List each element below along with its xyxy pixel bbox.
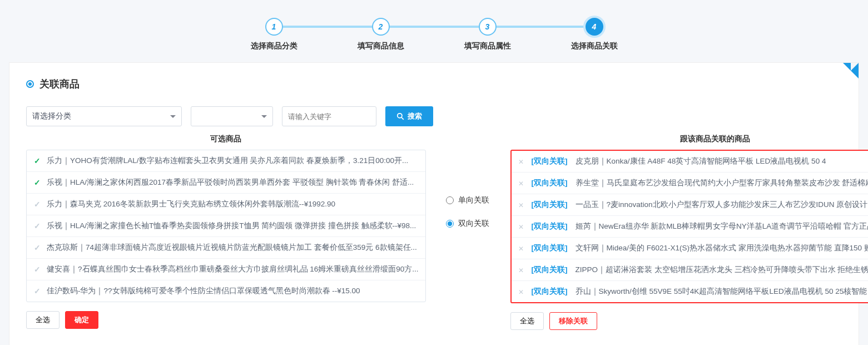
step-bubble-1: 1 <box>265 18 283 36</box>
available-item[interactable]: 健安喜｜?石蝶真丝围巾女士春秋季高档丝巾重磅桑蚕丝大方巾披肩丝绸礼品 16姆米重… <box>27 258 425 280</box>
two-way-radio-input[interactable] <box>446 220 454 228</box>
available-item[interactable]: 佳沪数码-华为｜??女韩版纯棉可爱冬季个性防尘情侣口罩保暖透气黑色时尚潮款春 -… <box>27 280 425 302</box>
related-item[interactable]: [双向关联]皮克朋｜Konka/康佳 A48F 48英寸高清智能网络平板 LED… <box>512 151 868 172</box>
related-item[interactable]: [双向关联]姬芮｜NewEra纽亦华 新款MLB棒球帽男女字母NY洋基LA道奇调… <box>512 215 868 237</box>
close-icon[interactable] <box>518 179 526 187</box>
related-item-text: 皮克朋｜Konka/康佳 A48F 48英寸高清智能网络平板 LED液晶电视机 … <box>576 156 826 166</box>
category-select-placeholder: 请选择分类 <box>32 111 71 121</box>
available-item-text: 杰克琼斯｜74超薄非球面镜片高度近视眼镜片近视镜片防蓝光配眼镜镜片加工 套餐价低… <box>47 243 417 253</box>
relation-tag: [双向关联] <box>532 287 568 297</box>
related-list: [双向关联]皮克朋｜Konka/康佳 A48F 48英寸高清智能网络平板 LED… <box>510 150 868 303</box>
step-bubble-3: 3 <box>479 18 497 36</box>
available-item[interactable]: 乐视｜HLA/海澜之家休闲西服2017春季新品平驳领时尚西装男单西外套 平驳领型… <box>27 171 425 193</box>
check-icon <box>33 287 41 295</box>
category-select[interactable]: 请选择分类 <box>26 106 182 126</box>
close-icon[interactable] <box>518 244 526 252</box>
subcategory-select[interactable] <box>191 106 273 126</box>
svg-line-1 <box>401 117 404 120</box>
relation-tag: [双向关联] <box>532 156 568 166</box>
relation-tag: [双向关联] <box>532 265 568 275</box>
one-way-radio-input[interactable] <box>446 196 454 204</box>
search-icon <box>396 112 404 120</box>
available-item-text: 佳沪数码-华为｜??女韩版纯棉可爱冬季个性防尘情侣口罩保暖透气黑色时尚潮款春 -… <box>47 286 360 296</box>
check-icon <box>33 265 41 273</box>
related-item[interactable]: [双向关联]ZIPPO｜超诺淋浴套装 太空铝增压花洒水龙头 三档冷热可升降喷头带… <box>512 259 868 280</box>
search-button[interactable]: 搜索 <box>385 106 433 126</box>
step-tracker: 1 2 3 4 选择商品分类 填写商品信息 填写商品属性 选择商品关联 <box>217 18 651 51</box>
available-item-text: 乐力｜YOHO有货潮牌LAL/数字贴布连帽套头卫衣男女通用 吴亦凡亲着同款 春夏… <box>47 156 408 166</box>
chevron-down-icon <box>170 115 176 118</box>
close-icon[interactable] <box>518 223 526 230</box>
panel-related-products: 关联商品 请选择分类 搜索 可选商品 乐力 <box>9 62 859 345</box>
close-icon[interactable] <box>518 157 526 165</box>
two-way-radio[interactable]: 双向关联 <box>446 219 489 229</box>
panel-title: 关联商品 <box>39 77 80 91</box>
check-icon <box>33 244 41 252</box>
related-select-all-button[interactable]: 全选 <box>510 312 544 330</box>
available-item-text: 健安喜｜?石蝶真丝围巾女士春秋季高档丝巾重磅桑蚕丝大方巾披肩丝绸礼品 16姆米重… <box>47 264 419 274</box>
available-item-text: 乐视｜HLA/海澜之家撞色长袖T恤春季热卖圆领修身拼接T恤男 简约圆领 微弹拼接… <box>47 221 416 231</box>
panel-radio-icon <box>26 80 34 88</box>
relation-tag: [双向关联] <box>532 178 568 188</box>
relation-tag: [双向关联] <box>532 221 568 231</box>
related-title: 跟该商品关联的商品 <box>510 134 868 144</box>
related-item[interactable]: [双向关联]乔山｜Skyworth/创维 55V9E 55吋4K超高清智能网络平… <box>512 280 868 302</box>
available-item[interactable]: 乐力｜YOHO有货潮牌LAL/数字贴布连帽套头卫衣男女通用 吴亦凡亲着同款 春夏… <box>27 150 425 171</box>
related-item[interactable]: [双向关联]一品玉｜?麦innovation北欧小户型客厅双人多功能沙发床三人布… <box>512 194 868 215</box>
svg-point-0 <box>398 114 402 118</box>
close-icon[interactable] <box>518 201 526 209</box>
available-item[interactable]: 乐视｜HLA/海澜之家撞色长袖T恤春季热卖圆领修身拼接T恤男 简约圆领 微弹拼接… <box>27 215 425 236</box>
relation-tag: [双向关联] <box>532 243 568 253</box>
related-remove-button[interactable]: 移除关联 <box>549 312 597 330</box>
close-icon[interactable] <box>518 288 526 295</box>
related-item-text: 乔山｜Skyworth/创维 55V9E 55吋4K超高清智能网络平板LED液晶… <box>576 287 868 297</box>
corner-fold-icon <box>843 63 859 78</box>
available-confirm-button[interactable]: 确定 <box>65 311 98 329</box>
available-title: 可选商品 <box>26 134 426 144</box>
related-item-text: 姬芮｜NewEra纽亦华 新款MLB棒球帽男女字母NY洋基LA道奇调节平沿嘻哈帽… <box>576 221 868 231</box>
available-item[interactable]: 乐力｜森马夹克 2016冬装新款男士飞行夹克贴布绣立领休闲外套韩版潮流--¥19… <box>27 193 425 215</box>
search-input[interactable] <box>282 106 376 126</box>
available-item-text: 乐力｜森马夹克 2016冬装新款男士飞行夹克贴布绣立领休闲外套韩版潮流--¥19… <box>47 199 335 209</box>
related-item-text: ZIPPO｜超诺淋浴套装 太空铝增压花洒水龙头 三档冷热可升降喷头带下出水 拒绝… <box>576 265 868 275</box>
step-label-3: 填写商品属性 <box>434 41 541 51</box>
check-icon <box>33 157 41 165</box>
check-icon <box>33 179 41 186</box>
close-icon[interactable] <box>518 266 526 274</box>
available-select-all-button[interactable]: 全选 <box>26 311 59 329</box>
available-list: 乐力｜YOHO有货潮牌LAL/数字贴布连帽套头卫衣男女通用 吴亦凡亲着同款 春夏… <box>26 150 426 302</box>
related-item-text: 养生堂｜马氏皇庭布艺沙发组合现代简约大小户型客厅家具转角整装皮布沙发 舒适棉麻可… <box>576 178 868 188</box>
available-item-text: 乐视｜HLA/海澜之家休闲西服2017春季新品平驳领时尚西装男单西外套 平驳领型… <box>47 178 414 188</box>
step-bubble-4: 4 <box>586 18 603 36</box>
step-label-2: 填写商品信息 <box>328 41 434 51</box>
relation-tag: [双向关联] <box>532 200 568 210</box>
step-bubble-2: 2 <box>372 18 390 36</box>
related-item-text: 一品玉｜?麦innovation北欧小户型客厅双人多功能沙发床三人布艺沙发IDU… <box>576 200 868 210</box>
check-icon <box>33 200 41 208</box>
check-icon <box>33 222 41 230</box>
step-label-1: 选择商品分类 <box>221 41 328 51</box>
related-item[interactable]: [双向关联]文轩网｜Midea/美的 F6021-X1(S)热水器储水式 家用洗… <box>512 237 868 259</box>
step-label-4: 选择商品关联 <box>541 41 648 51</box>
available-item[interactable]: 杰克琼斯｜74超薄非球面镜片高度近视眼镜片近视镜片防蓝光配眼镜镜片加工 套餐价低… <box>27 236 425 258</box>
chevron-down-icon <box>261 115 267 118</box>
one-way-radio[interactable]: 单向关联 <box>446 195 489 205</box>
related-item-text: 文轩网｜Midea/美的 F6021-X1(S)热水器储水式 家用洗澡电热水器抑… <box>576 243 868 253</box>
related-item[interactable]: [双向关联]养生堂｜马氏皇庭布艺沙发组合现代简约大小户型客厅家具转角整装皮布沙发… <box>512 172 868 194</box>
